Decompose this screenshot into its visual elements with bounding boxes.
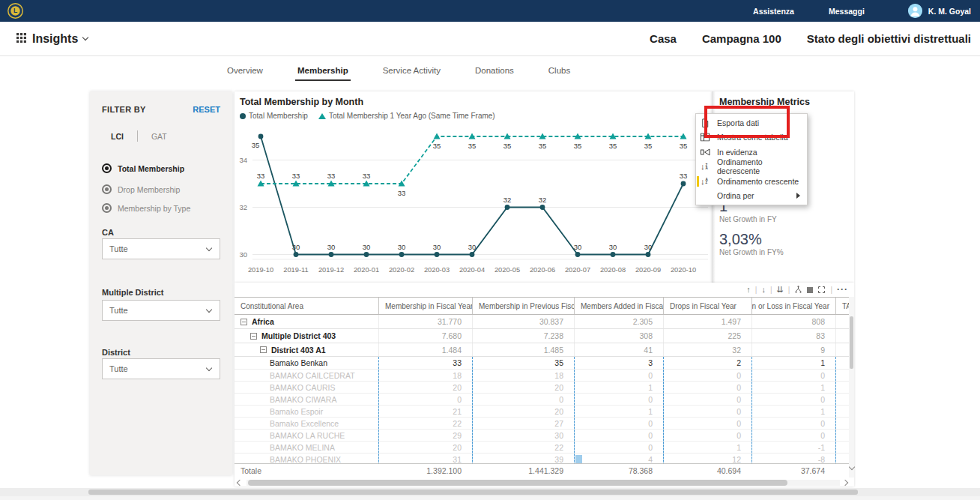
tab-service-activity[interactable]: Service Activity xyxy=(383,66,441,84)
toggle-lci[interactable]: LCI xyxy=(111,132,124,141)
messaggi-link[interactable]: Messaggi xyxy=(829,7,865,16)
table-row-bamako-phoenix[interactable]: BAMAKO PHOENIX3139412-8 xyxy=(235,454,849,463)
table-horizontal-scrollbar[interactable] xyxy=(235,479,849,487)
menu-item-ordinamento-crescente[interactable]: ↓AZOrdinamento crescente xyxy=(696,174,807,189)
hscroll-track[interactable] xyxy=(246,480,840,486)
svg-text:30: 30 xyxy=(398,243,406,251)
cell-value: 31.770 xyxy=(378,315,472,328)
table-row-district-403-a1[interactable]: District 403 A11.4841.48541329 xyxy=(235,343,849,357)
dropdown-label-ca: CA xyxy=(102,228,114,237)
table-row-bamako-cauris[interactable]: BAMAKO CAURIS2020101 xyxy=(235,382,849,394)
lions-logo-icon[interactable]: L xyxy=(7,2,24,19)
cell-value: 2.305 xyxy=(574,315,663,328)
chart-legend: Total MembershipTotal Membership 1 Year … xyxy=(240,112,495,120)
table-row-bamako-ciwara[interactable]: BAMAKO CIWARA00000 xyxy=(235,394,849,406)
radio-total-membership[interactable]: Total Membership xyxy=(102,163,184,173)
cell-value: 20 xyxy=(378,382,472,393)
row-name: Bamako Benkan xyxy=(235,357,378,369)
more-options-icon[interactable]: ··· xyxy=(837,286,848,294)
cell-value: 27 xyxy=(472,418,574,429)
reset-button[interactable]: RESET xyxy=(193,105,220,114)
column-header-gain-or-loss-in-fiscal-year[interactable]: Gain or Loss in Fiscal Year xyxy=(751,298,835,314)
scroll-left-arrow-icon[interactable] xyxy=(237,480,243,486)
cell-empty xyxy=(835,464,849,478)
radio-drop-membership[interactable]: Drop Membership xyxy=(102,184,180,194)
row-name: BAMAKO CIWARA xyxy=(235,394,378,405)
collapse-icon[interactable] xyxy=(241,319,247,325)
grid-square-icon[interactable] xyxy=(807,287,813,293)
column-header-ta[interactable]: TA xyxy=(835,298,849,314)
table-row-bamako-la-ruche[interactable]: BAMAKO LA RUCHE2930000 xyxy=(235,430,849,442)
radio-membership-by-type[interactable]: Membership by Type xyxy=(102,203,190,213)
dropdown-multiple-district[interactable]: Tutte xyxy=(102,300,220,321)
column-header-drops-in-fiscal-year[interactable]: Drops in Fiscal Year xyxy=(663,298,751,314)
scroll-right-arrow-icon[interactable] xyxy=(842,480,848,486)
cell-empty xyxy=(835,343,849,356)
user-name[interactable]: K. M. Goyal xyxy=(928,7,971,16)
toolbar-separator: | xyxy=(755,286,757,294)
nav-stato-degli-obiettivi-distrettuali[interactable]: Stato degli obiettivi distrettuali xyxy=(807,32,971,45)
nav-casa[interactable]: Casa xyxy=(650,32,677,45)
page-horizontal-scrollbar[interactable] xyxy=(0,488,980,496)
radio-label: Total Membership xyxy=(118,164,184,173)
chart-svg: 3032342019-102019-112019-122020-012020-0… xyxy=(235,120,712,283)
table-row-bamako-benkan[interactable]: Bamako Benkan3335321 xyxy=(235,357,849,370)
cell-empty xyxy=(835,370,849,381)
radio-icon xyxy=(102,203,112,213)
hscroll-thumb[interactable] xyxy=(248,480,787,486)
menu-item-ordinamento-decrescente[interactable]: ↓ZAOrdinamento decrescente xyxy=(696,160,807,175)
cell-value: 0 xyxy=(574,430,663,441)
tab-membership[interactable]: Membership xyxy=(297,66,348,84)
vscroll-thumb[interactable] xyxy=(850,316,853,369)
svg-text:35: 35 xyxy=(539,142,547,150)
table-row-bamako-cailcedrat[interactable]: BAMAKO CAILCEDRAT1818000 xyxy=(235,370,849,382)
table-row-bamako-melina[interactable]: BAMAKO MELINA202201-1 xyxy=(235,442,849,454)
collapse-icon[interactable] xyxy=(260,346,267,353)
cell-value: 20 xyxy=(378,442,472,453)
expand-all-icon[interactable] xyxy=(794,286,802,294)
cell-value: 30.837 xyxy=(472,315,574,328)
tab-donations[interactable]: Donations xyxy=(475,66,514,84)
tab-clubs[interactable]: Clubs xyxy=(548,66,570,84)
menu-item-label: Ordinamento decrescente xyxy=(717,157,807,175)
toggle-gat[interactable]: GAT xyxy=(151,132,167,141)
line-chart[interactable]: 3032342019-102019-112019-122020-012020-0… xyxy=(235,120,712,286)
table-row-africa[interactable]: Africa31.77030.8372.3051.497808 xyxy=(235,315,849,329)
assistenza-link[interactable]: Assistenza xyxy=(753,7,794,16)
column-header-membership-in-previous-fiscal-year[interactable]: Membership in Previous Fiscal Year xyxy=(472,298,574,314)
table-row-multiple-district-403[interactable]: Multiple District 4037.6807.23830822583 xyxy=(235,329,849,343)
column-header-members-added-in-fiscal-year[interactable]: Members Added in Fiscal Year xyxy=(574,298,663,314)
column-header-membership-in-fiscal-year[interactable]: Membership in Fiscal Year xyxy=(378,298,472,314)
column-header-constitutional-area[interactable]: Constitutional Area xyxy=(235,298,378,314)
svg-text:2020-09: 2020-09 xyxy=(635,266,661,274)
drill-down-icon[interactable]: ↓ xyxy=(761,286,766,294)
dropdown-ca[interactable]: Tutte xyxy=(102,238,220,259)
scroll-down-arrow-icon[interactable] xyxy=(848,464,854,470)
go-to-next-level-icon[interactable]: ⇊ xyxy=(777,286,784,294)
cell-value: 22 xyxy=(472,442,574,453)
page-scroll-thumb[interactable] xyxy=(88,490,858,495)
nav-campagna-100[interactable]: Campagna 100 xyxy=(702,32,781,45)
focus-mode-icon[interactable] xyxy=(817,286,826,294)
menu-item-ordina-per[interactable]: Ordina per xyxy=(696,189,807,204)
annotation-red-box xyxy=(704,106,790,138)
insights-menu-button[interactable]: Insights xyxy=(16,32,88,46)
submenu-arrow-icon xyxy=(796,193,800,199)
collapse-icon[interactable] xyxy=(250,333,257,340)
metrics-items: 1Net Growth in FY3,03%Net Growth in FY% xyxy=(719,198,784,264)
table-vertical-scrollbar[interactable] xyxy=(849,297,854,478)
user-avatar[interactable] xyxy=(908,4,922,18)
tab-overview[interactable]: Overview xyxy=(227,66,263,84)
cell-empty xyxy=(835,357,849,369)
chevron-down-icon xyxy=(206,306,212,312)
drill-up-icon[interactable]: ↑ xyxy=(746,286,751,294)
menu-item-label: Ordinamento crescente xyxy=(717,177,799,186)
radio-label: Drop Membership xyxy=(118,185,180,194)
table-row-bamako-espoir[interactable]: Bamako Espoir2120101 xyxy=(235,406,849,418)
cell-empty xyxy=(835,315,849,328)
row-name-label: Multiple District 403 xyxy=(261,331,336,340)
table-row-bamako-excellence[interactable]: Bamako Excellence2227000 xyxy=(235,418,849,430)
filter-panel: FILTER BY RESET LCIGAT Total MembershipD… xyxy=(90,91,232,475)
row-name: Bamako Excellence xyxy=(235,418,378,429)
dropdown-district[interactable]: Tutte xyxy=(102,358,220,379)
